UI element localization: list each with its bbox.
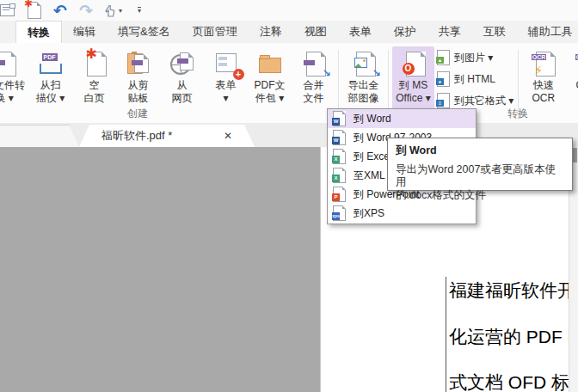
document-tab-active[interactable]: 福昕软件.pdf * ✕ xyxy=(79,125,255,147)
to-html-button[interactable]: e 到 HTML xyxy=(437,70,513,89)
from-clipboard-button[interactable]: 从剪贴板 xyxy=(117,46,159,105)
tab-form[interactable]: 表单 xyxy=(338,21,383,43)
pdf-portfolio-button[interactable]: PDF文件包 ▾ xyxy=(249,46,291,105)
tab-fill-sign[interactable]: 填写&签名 xyxy=(107,21,181,43)
xps-file-icon: xps xyxy=(333,205,346,221)
tooltip-title: 到 Word xyxy=(396,144,564,158)
blank-page-icon: ✱ xyxy=(82,51,108,77)
excel-file-icon: X xyxy=(333,149,346,164)
ribbon-convert-panel: 从文件转换 ▾ PDF 从扫描仪 ▾ ✱ 空白页 从剪贴板 xyxy=(0,43,578,124)
menu-item-to-xps[interactable]: xps 到XPS xyxy=(328,204,476,223)
tab-connect[interactable]: 互联 xyxy=(472,21,517,43)
tab-convert[interactable]: 转换 xyxy=(15,21,62,43)
redo-icon: ↷ xyxy=(79,3,93,19)
combine-files-icon: ↘ xyxy=(301,51,327,77)
from-scanner-button[interactable]: PDF 从扫描仪 ▾ xyxy=(29,46,71,105)
scanner-icon: PDF xyxy=(38,51,64,77)
ms-office-icon: O xyxy=(401,51,427,77)
close-tab-icon[interactable]: ✕ xyxy=(224,130,232,142)
quick-access-toolbar: ✱ ↶ ↷ ▾ ▾ xyxy=(0,0,578,21)
tab-comment[interactable]: 注释 xyxy=(249,21,293,43)
group-label-create: 创建 xyxy=(99,107,176,121)
tab-accessibility[interactable]: 辅助工具 xyxy=(517,21,578,43)
to-html-icon: e xyxy=(437,71,450,87)
to-image-icon: ▲ xyxy=(437,50,450,65)
convert-from-file-button[interactable]: 从文件转换 ▾ xyxy=(0,46,28,105)
document-text-line: 福建福昕软件开发 xyxy=(449,279,578,303)
word-file-icon: W xyxy=(333,130,346,145)
to-other-formats-icon: ≡ xyxy=(437,93,450,108)
quick-ocr-icon: OCR⚡ xyxy=(531,51,556,77)
new-document-button[interactable]: ✱ xyxy=(26,1,43,20)
export-images-icon: ↘ xyxy=(351,51,377,77)
table-cell-border xyxy=(446,277,446,392)
hand-tool-button[interactable]: ▾ xyxy=(103,1,122,20)
document-text-line: 化运营的 PDF 电子 xyxy=(449,325,578,349)
clipboard-icon xyxy=(126,51,151,77)
to-image-button[interactable]: ▲ 到图片 ▾ xyxy=(437,48,513,67)
quick-ocr-button[interactable]: OCR⚡ 快速OCR xyxy=(522,46,564,105)
foxit-pdf-editor-window: ✱ ↶ ↷ ▾ ▾ 转换 编辑 填写&签名 页面管理 注释 视图 表单 保护 共… xyxy=(0,0,578,392)
group-label-convert: 转换 xyxy=(479,107,556,121)
globe-icon xyxy=(169,51,195,77)
blank-page-button[interactable]: ✱ 空白页 xyxy=(73,46,115,105)
tab-protect[interactable]: 保护 xyxy=(383,21,427,43)
ocr-icon: OCR xyxy=(575,51,578,77)
tab-edit[interactable]: 编辑 xyxy=(62,21,107,43)
tab-page-management[interactable]: 页面管理 xyxy=(181,21,249,43)
undo-button[interactable]: ↶ xyxy=(52,1,69,20)
to-word-tooltip: 到 Word 导出为Word 2007或者更高版本使用 的.docx格式的文件 xyxy=(387,138,573,191)
portfolio-folder-icon xyxy=(257,51,283,77)
document-text-line: 式文档 OFD 标准 xyxy=(449,371,578,392)
customize-qat-button[interactable]: ▾ xyxy=(131,1,148,20)
menu-item-to-word[interactable]: W 到 Word xyxy=(328,109,476,128)
powerpoint-file-icon: P xyxy=(333,187,346,202)
ocr-button[interactable]: OCR OCR▾ xyxy=(566,46,578,105)
convert-from-file-icon xyxy=(0,51,17,77)
document-tab-title: 福昕软件.pdf * xyxy=(101,128,172,144)
tooltip-body: 导出为Word 2007或者更高版本使用 的.docx格式的文件 xyxy=(396,163,564,202)
from-web-page-button[interactable]: 从网页 xyxy=(161,46,203,105)
combine-files-button[interactable]: ↘ 合并文件 xyxy=(292,46,335,105)
hand-tool-caret-icon: ▾ xyxy=(119,7,122,15)
properties-window-icon[interactable] xyxy=(0,1,17,20)
xml-file-icon: X xyxy=(333,168,346,183)
form-icon: + xyxy=(213,51,239,77)
document-tab-inactive[interactable] xyxy=(0,125,79,148)
ribbon-tab-bar: 转换 编辑 填写&签名 页面管理 注释 视图 表单 保护 共享 互联 辅助工具 xyxy=(0,21,578,44)
export-all-images-button[interactable]: ↘ 导出全部图像 xyxy=(342,46,384,105)
redo-button[interactable]: ↷ xyxy=(77,1,95,20)
form-button[interactable]: + 表单▾ xyxy=(205,46,247,105)
hand-icon xyxy=(103,3,117,17)
tab-view[interactable]: 视图 xyxy=(293,21,338,43)
tab-share[interactable]: 共享 xyxy=(427,21,472,43)
undo-icon: ↶ xyxy=(53,3,67,19)
word-file-icon: W xyxy=(333,111,346,126)
